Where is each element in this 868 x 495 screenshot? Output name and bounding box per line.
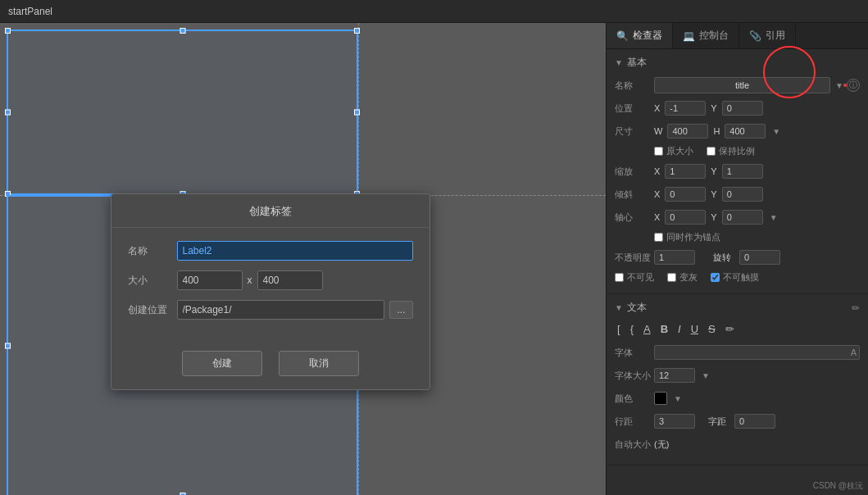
prop-fontsize-input[interactable]	[654, 368, 695, 383]
checkbox-anchor-point-input[interactable]	[654, 233, 663, 242]
prop-size-label: 尺寸	[615, 125, 654, 138]
prop-font-select[interactable]	[654, 345, 860, 360]
prop-opacity-rotation-row: 不透明度 旋转	[615, 248, 860, 266]
prop-font-row: 字体 A	[615, 343, 860, 361]
prop-name-input[interactable]	[654, 77, 830, 93]
prop-size-value: W H ▼	[654, 124, 860, 139]
tab-inspector-label: 检查器	[633, 29, 662, 43]
prop-rotation-input[interactable]	[739, 250, 780, 265]
dialog-size-w-input[interactable]	[177, 270, 243, 290]
checkbox-invisible-input[interactable]	[615, 273, 624, 282]
prop-scale-y[interactable]	[722, 164, 763, 179]
fontsize-dropdown-arrow[interactable]: ▼	[702, 371, 710, 380]
text-section-title: 文本	[627, 301, 647, 315]
checkbox-visibility-row: 不可见 变灰 不可触摸	[615, 271, 860, 284]
prop-scale-label: 缩放	[615, 166, 654, 178]
scale-y-label: Y	[711, 166, 716, 176]
checkbox-anchor-row: 同时作为锚点	[615, 231, 860, 243]
prop-skew-y[interactable]	[722, 187, 763, 202]
prop-fontsize-row: 字体大小 ▼	[615, 366, 860, 384]
basic-section-title: 基本	[627, 56, 647, 70]
prop-letterspace-input[interactable]	[734, 414, 775, 429]
prop-lineheight-input[interactable]	[654, 414, 695, 429]
dialog-size-row: 大小 x	[128, 270, 413, 290]
checkbox-keep-ratio-label: 保持比例	[719, 145, 755, 157]
tool-bracket-open[interactable]: [	[615, 321, 623, 337]
tab-inspector[interactable]: 🔍 检查器	[607, 23, 673, 48]
checkbox-row-1: 原大小 保持比例	[615, 145, 860, 157]
checkbox-original-size-label: 原大小	[666, 145, 693, 157]
tab-reference-label: 引用	[766, 29, 785, 43]
dialog-size-x-label: x	[248, 275, 252, 286]
checkbox-gray-input[interactable]	[667, 273, 676, 282]
name-field-wrapper: ▼	[654, 77, 843, 93]
dialog-create-button[interactable]: 创建	[182, 351, 262, 376]
text-toggle-icon[interactable]: ▼	[615, 303, 623, 312]
text-section: ▼ 文本 ✏ [ { A B I U S ✏ 字体	[607, 294, 868, 465]
skew-y-label: Y	[711, 189, 716, 199]
prop-opacity-label: 不透明度	[615, 252, 654, 264]
checkbox-original-size-input[interactable]	[654, 147, 663, 156]
anchor-y-label: Y	[711, 212, 716, 222]
checkbox-keep-ratio[interactable]: 保持比例	[707, 145, 755, 157]
checkbox-invisible[interactable]: 不可见	[615, 271, 654, 284]
prop-anchor-value: X Y ▼	[654, 210, 860, 225]
checkbox-anchor-point[interactable]: 同时作为锚点	[654, 231, 720, 243]
prop-skew-row: 倾斜 X Y	[615, 185, 860, 203]
dialog-cancel-button[interactable]: 取消	[279, 351, 359, 376]
color-dropdown-arrow[interactable]: ▼	[674, 394, 682, 403]
tool-underline[interactable]: U	[688, 321, 701, 337]
prop-size-row: 尺寸 W H ▼	[615, 122, 860, 140]
dialog-path-browse-button[interactable]: ...	[389, 301, 412, 319]
tab-console[interactable]: 💻 控制台	[673, 23, 739, 48]
prop-position-x[interactable]	[665, 101, 706, 116]
dialog-name-input[interactable]	[177, 241, 413, 261]
prop-opacity-rotation-value: 旋转	[654, 250, 860, 265]
tool-strikethrough[interactable]: S	[706, 321, 718, 337]
tool-italic[interactable]: I	[675, 321, 684, 337]
dialog-path-row: 创建位置 ...	[128, 300, 413, 320]
checkbox-no-touch[interactable]: 不可触摸	[711, 271, 759, 284]
tool-curly-open[interactable]: {	[628, 321, 636, 337]
prop-anchor-x[interactable]	[665, 210, 706, 225]
text-tools-row: [ { A B I U S ✏	[615, 321, 860, 337]
prop-fontsize-value: ▼	[654, 368, 860, 383]
tab-console-label: 控制台	[699, 29, 729, 43]
dialog-size-h-input[interactable]	[257, 270, 323, 290]
prop-name-info-btn[interactable]: ⓘ	[847, 79, 860, 92]
prop-size-h[interactable]	[725, 124, 766, 139]
prop-scale-x[interactable]	[665, 164, 706, 179]
prop-anchor-y[interactable]	[722, 210, 763, 225]
dialog-name-label: 名称	[128, 244, 177, 258]
checkbox-keep-ratio-input[interactable]	[707, 147, 716, 156]
dialog-path-input[interactable]	[177, 300, 385, 320]
tool-bold[interactable]: B	[658, 321, 670, 337]
basic-section: ▼ 基本 名称 ▼ ⓘ 位置 X	[607, 49, 868, 294]
prop-skew-value: X Y	[654, 187, 860, 202]
prop-autosize-row: 自动大小 (无)	[615, 435, 860, 453]
prop-opacity-input[interactable]	[654, 250, 695, 265]
top-bar: startPanel	[0, 0, 868, 23]
prop-skew-x[interactable]	[665, 187, 706, 202]
prop-autosize-display: (无)	[654, 438, 669, 451]
tool-eraser[interactable]: ✏	[723, 321, 737, 337]
checkbox-original-size[interactable]: 原大小	[654, 145, 693, 157]
prop-position-y[interactable]	[722, 101, 763, 116]
canvas-area[interactable]: 创建标签 名称 大小 x	[0, 23, 606, 495]
size-dropdown-arrow[interactable]: ▼	[772, 127, 780, 136]
checkbox-anchor-point-label: 同时作为锚点	[666, 231, 720, 243]
prop-rotation-label: 旋转	[713, 252, 731, 264]
checkbox-gray[interactable]: 变灰	[667, 271, 698, 284]
tab-reference[interactable]: 📎 引用	[739, 23, 796, 48]
tool-underline-a[interactable]: A	[641, 321, 653, 337]
checkbox-gray-label: 变灰	[679, 271, 698, 284]
prop-color-swatch[interactable]	[654, 392, 667, 405]
name-dropdown-arrow[interactable]: ▼	[835, 81, 843, 90]
anchor-dropdown-arrow[interactable]: ▼	[770, 213, 778, 222]
checkbox-no-touch-input[interactable]	[711, 273, 720, 282]
create-label-dialog: 创建标签 名称 大小 x	[111, 193, 430, 390]
basic-toggle-icon[interactable]: ▼	[615, 58, 623, 67]
prop-lineheight-label: 行距	[615, 416, 654, 428]
text-edit-icon[interactable]: ✏	[852, 302, 860, 314]
prop-size-w[interactable]	[667, 124, 708, 139]
